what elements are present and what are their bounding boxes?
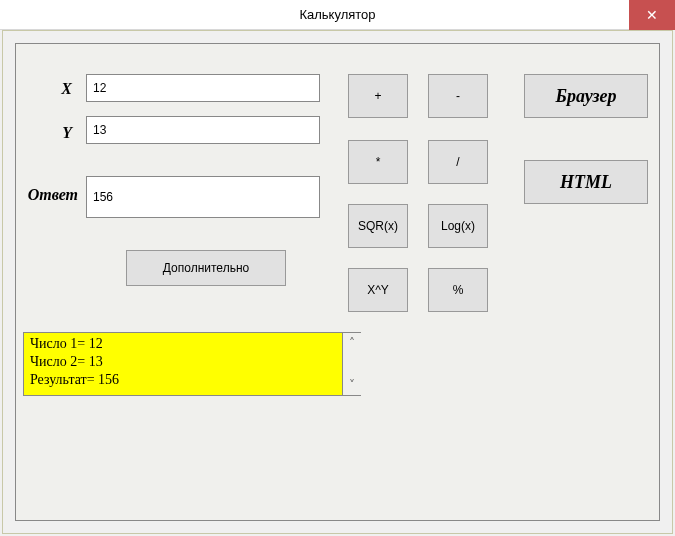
- button-pow[interactable]: X^Y: [348, 268, 408, 312]
- titlebar: Калькулятор ✕: [0, 0, 675, 30]
- log-line-3: Результат= 156: [30, 371, 336, 389]
- log-line-1: Число 1= 12: [30, 335, 336, 353]
- log-area[interactable]: Число 1= 12 Число 2= 13 Результат= 156: [23, 332, 343, 396]
- window: Калькулятор ✕ X Y Ответ + - * / SQR(x) L…: [0, 0, 675, 536]
- input-y[interactable]: [86, 116, 320, 144]
- button-sqr[interactable]: SQR(x): [348, 204, 408, 248]
- log-scrollbar[interactable]: ˄ ˅: [343, 332, 361, 396]
- label-y: Y: [36, 124, 72, 142]
- content: X Y Ответ + - * / SQR(x) Log(x) X^Y % До…: [2, 30, 673, 534]
- inner-panel: X Y Ответ + - * / SQR(x) Log(x) X^Y % До…: [15, 43, 660, 521]
- button-divide[interactable]: /: [428, 140, 488, 184]
- button-plus[interactable]: +: [348, 74, 408, 118]
- label-x: X: [36, 80, 72, 98]
- button-percent[interactable]: %: [428, 268, 488, 312]
- button-log[interactable]: Log(x): [428, 204, 488, 248]
- log-wrapper: Число 1= 12 Число 2= 13 Результат= 156 ˄…: [23, 332, 368, 396]
- button-multiply[interactable]: *: [348, 140, 408, 184]
- close-button[interactable]: ✕: [629, 0, 675, 30]
- label-answer: Ответ: [20, 186, 78, 204]
- scroll-up-icon[interactable]: ˄: [349, 337, 355, 349]
- button-minus[interactable]: -: [428, 74, 488, 118]
- input-x[interactable]: [86, 74, 320, 102]
- window-title: Калькулятор: [299, 7, 375, 22]
- button-browser[interactable]: Браузер: [524, 74, 648, 118]
- button-extra[interactable]: Дополнительно: [126, 250, 286, 286]
- input-answer[interactable]: [86, 176, 320, 218]
- log-line-2: Число 2= 13: [30, 353, 336, 371]
- button-html[interactable]: HTML: [524, 160, 648, 204]
- scroll-down-icon[interactable]: ˅: [349, 379, 355, 391]
- close-icon: ✕: [646, 7, 658, 23]
